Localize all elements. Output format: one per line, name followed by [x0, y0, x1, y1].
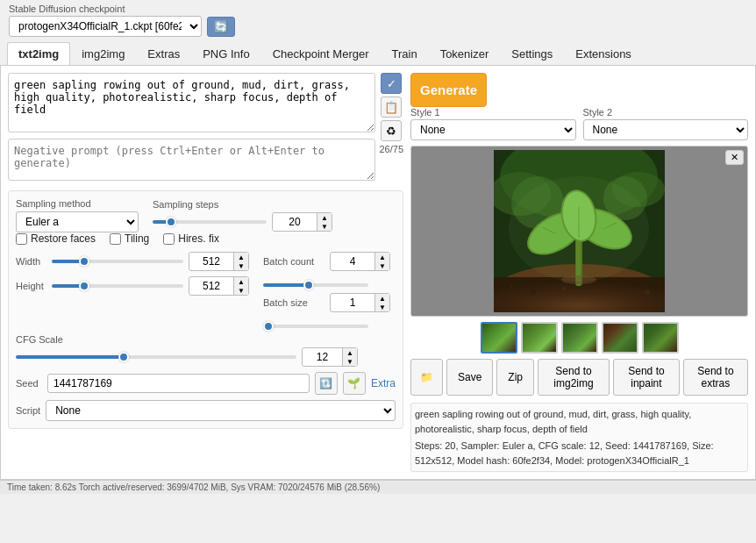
cfg-row: ▲ ▼: [16, 347, 396, 367]
cfg-section: CFG Scale ▲ ▼: [16, 334, 396, 367]
reload-checkpoint-button[interactable]: 🔄: [207, 17, 235, 37]
batch-size-spin: ▲ ▼: [374, 294, 389, 311]
left-panel: green sapling rowing out of ground, mud,…: [8, 73, 403, 472]
paste-button[interactable]: 📋: [381, 96, 402, 118]
apply-styles-button[interactable]: ✓: [381, 73, 402, 94]
width-up-button[interactable]: ▲: [234, 253, 248, 261]
steps-slider[interactable]: [153, 220, 267, 224]
thumbnail-2[interactable]: [521, 322, 558, 354]
style1-select[interactable]: None: [410, 119, 576, 140]
tab-img2img[interactable]: img2img: [70, 42, 136, 65]
svg-point-12: [632, 284, 636, 288]
style2-select[interactable]: None: [583, 119, 749, 140]
thumbnail-5[interactable]: [642, 322, 679, 354]
negative-prompt-input[interactable]: [8, 139, 375, 181]
batch-size-slider[interactable]: [263, 325, 368, 328]
send-to-extras-button[interactable]: Send to extras: [683, 359, 748, 396]
svg-point-9: [531, 289, 536, 295]
batch-size-label: Batch size: [263, 297, 325, 308]
thumbnail-1[interactable]: [481, 322, 517, 354]
restore-faces-checkbox-label[interactable]: Restore faces: [16, 232, 96, 245]
recycle-button[interactable]: ♻: [381, 120, 402, 141]
steps-container: ▲ ▼: [153, 212, 396, 232]
tiling-checkbox-label[interactable]: Tiling: [110, 232, 149, 245]
batch-count-down-button[interactable]: ▼: [375, 261, 389, 270]
dimensions-right: Batch count ▲ ▼ Batch size: [263, 252, 396, 331]
checkpoint-select[interactable]: protogenX34OfficialR_1.ckpt [60fe2f34]: [9, 16, 202, 37]
height-input[interactable]: [189, 278, 233, 294]
open-folder-button[interactable]: 📁: [410, 359, 443, 396]
main-content: green sapling rowing out of ground, mud,…: [0, 66, 756, 480]
tab-txt2img[interactable]: txt2img: [7, 42, 70, 65]
dimensions-left: Width ▲ ▼ Height: [16, 252, 249, 331]
tab-settings[interactable]: Settings: [500, 42, 564, 65]
cfg-slider[interactable]: [16, 355, 296, 359]
width-input[interactable]: [189, 254, 233, 269]
thumbnail-4[interactable]: [602, 322, 638, 354]
checkpoint-label: Stable Diffusion checkpoint: [9, 4, 747, 14]
settings-section: Sampling method Euler a Sampling steps ▲: [8, 190, 403, 429]
seed-reuse-button[interactable]: 🌱: [343, 372, 366, 395]
seed-input[interactable]: [47, 374, 310, 393]
generated-image: [494, 150, 665, 312]
batch-size-input[interactable]: [331, 295, 374, 311]
generate-button[interactable]: Generate: [410, 73, 487, 107]
steps-down-button[interactable]: ▼: [317, 222, 332, 231]
batch-count-up-button[interactable]: ▲: [375, 253, 389, 261]
seed-extra-link[interactable]: Extra: [371, 377, 396, 389]
send-to-inpaint-button[interactable]: Send to inpaint: [613, 359, 680, 396]
svg-point-26: [509, 176, 649, 282]
script-select[interactable]: None: [46, 400, 396, 421]
tab-train[interactable]: Train: [381, 42, 429, 65]
width-label: Width: [16, 256, 46, 267]
batch-count-input[interactable]: [331, 254, 374, 269]
seed-label: Seed: [16, 378, 42, 389]
batch-count-spin: ▲ ▼: [374, 253, 389, 270]
cfg-down-button[interactable]: ▼: [343, 357, 357, 366]
cfg-up-button[interactable]: ▲: [343, 348, 357, 357]
status-bar: Time taken: 8.62s Torch active/reserved:…: [0, 480, 756, 494]
cfg-spin: ▲ ▼: [342, 348, 357, 366]
dimensions-row: Width ▲ ▼ Height: [16, 252, 396, 331]
image-info: green sapling rowing out of ground, mud,…: [410, 403, 748, 472]
steps-up-button[interactable]: ▲: [317, 213, 332, 222]
tab-extensions[interactable]: Extensions: [564, 42, 643, 65]
batch-size-up-button[interactable]: ▲: [375, 294, 389, 303]
tab-tokenizer[interactable]: Tokenizer: [429, 42, 501, 65]
restore-faces-checkbox[interactable]: [16, 233, 27, 245]
batch-count-label: Batch count: [263, 256, 325, 267]
sampling-steps-label: Sampling steps: [153, 199, 396, 210]
height-label: Height: [16, 281, 46, 291]
height-spin: ▲ ▼: [233, 277, 248, 295]
height-slider[interactable]: [52, 284, 183, 288]
image-info-prompt: green sapling rowing out of ground, mud,…: [415, 407, 744, 436]
height-down-button[interactable]: ▼: [234, 286, 248, 295]
batch-size-down-button[interactable]: ▼: [375, 303, 389, 311]
thumbnail-3[interactable]: [561, 322, 598, 354]
close-image-button[interactable]: ✕: [725, 150, 744, 165]
seed-reset-button[interactable]: 🔃: [315, 372, 338, 395]
tiling-checkbox[interactable]: [110, 233, 121, 245]
hires-fix-checkbox-label[interactable]: Hires. fix: [163, 232, 219, 245]
positive-prompt-input[interactable]: green sapling rowing out of ground, mud,…: [8, 73, 375, 132]
height-up-button[interactable]: ▲: [234, 277, 248, 286]
steps-input[interactable]: [273, 214, 317, 230]
tab-checkpoint-merger[interactable]: Checkpoint Merger: [261, 42, 381, 65]
right-panel: Generate Style 1 None Style 2 None ✕: [410, 73, 748, 472]
tab-extras[interactable]: Extras: [136, 42, 191, 65]
token-count: 26/75: [379, 144, 403, 154]
sampling-method-select[interactable]: Euler a: [16, 211, 139, 232]
width-slider[interactable]: [52, 260, 183, 263]
zip-button[interactable]: Zip: [496, 359, 534, 396]
svg-point-11: [597, 289, 602, 293]
cfg-input[interactable]: [303, 349, 342, 365]
hires-fix-checkbox[interactable]: [163, 233, 175, 245]
batch-count-slider[interactable]: [263, 283, 368, 287]
tab-png-info[interactable]: PNG Info: [191, 42, 260, 65]
save-button[interactable]: Save: [446, 359, 493, 396]
sampling-steps-group: Sampling steps ▲ ▼: [153, 199, 396, 232]
height-row: Height ▲ ▼: [16, 276, 249, 296]
width-input-wrap: ▲ ▼: [189, 252, 249, 271]
send-to-img2img-button[interactable]: Send to img2img: [538, 359, 610, 396]
width-down-button[interactable]: ▼: [234, 261, 248, 270]
